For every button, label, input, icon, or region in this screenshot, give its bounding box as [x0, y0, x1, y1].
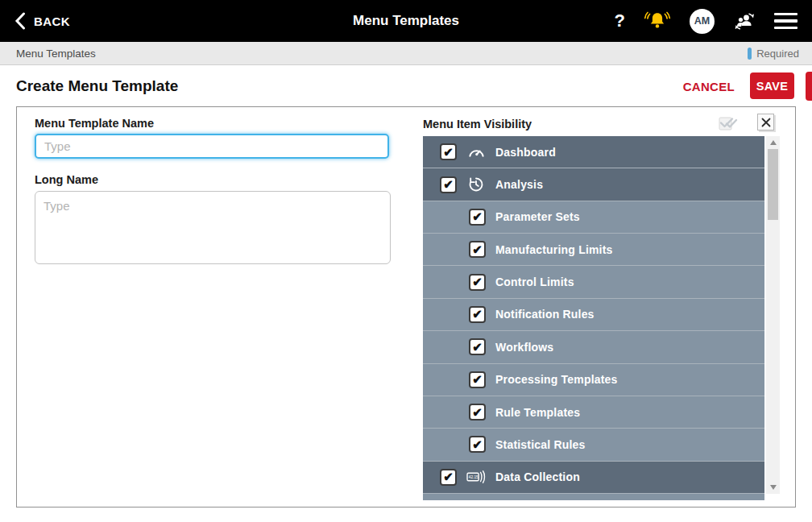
visibility-item-label: Notification Rules [495, 308, 594, 321]
required-marker-icon [748, 48, 752, 60]
visibility-row[interactable]: ✔Control Limits [423, 266, 764, 298]
item-checkbox[interactable]: ✔ [469, 209, 486, 226]
visibility-row[interactable]: ✔Workflows [423, 331, 764, 363]
visibility-row[interactable]: ✔Manufacturing Limits [423, 234, 764, 266]
visibility-item-label: Rule Templates [495, 406, 580, 419]
visibility-row[interactable]: ✔Dashboard [423, 136, 764, 168]
item-checkbox[interactable]: ✔ [469, 306, 486, 323]
visibility-row[interactable]: ✔Parameter Sets [423, 201, 764, 234]
long-name-field-label: Long Name [35, 173, 98, 186]
visibility-item-label: Dashboard [495, 146, 556, 159]
required-label: Required [756, 48, 799, 60]
page-header-title: Menu Templates [353, 13, 459, 29]
clear-icon[interactable] [757, 114, 774, 130]
notifications-bell-icon[interactable] [644, 10, 671, 31]
breadcrumb[interactable]: Menu Templates [16, 48, 96, 60]
back-label: BACK [34, 14, 70, 28]
menu-icon[interactable] [774, 13, 798, 30]
avatar[interactable]: AM [690, 9, 715, 34]
back-button[interactable]: BACK [0, 0, 85, 42]
item-checkbox[interactable]: ✔ [440, 143, 457, 160]
visibility-item-label: Processing Templates [495, 373, 618, 386]
right-edge-accent [806, 72, 812, 101]
menu-template-name-input[interactable] [35, 134, 389, 159]
visibility-item-label: Workflows [495, 341, 553, 354]
help-icon[interactable]: ? [615, 12, 625, 30]
back-chevron-icon [14, 12, 26, 30]
visibility-panel-title: Menu Item Visibility [423, 118, 532, 130]
data-entry-icon: 42.15 [466, 468, 486, 486]
dashboard-gauge-icon [466, 143, 486, 161]
item-checkbox[interactable]: ✔ [469, 404, 486, 420]
scroll-down-arrow-icon[interactable] [766, 481, 780, 494]
page-title: Create Menu Template [16, 77, 178, 95]
item-checkbox[interactable]: ✔ [469, 371, 486, 388]
item-checkbox[interactable]: ✔ [469, 436, 486, 453]
top-app-bar: BACK Menu Templates ? AM [0, 0, 812, 42]
save-button[interactable]: SAVE [750, 72, 794, 99]
item-checkbox[interactable]: ✔ [469, 338, 486, 355]
breadcrumb-bar: Menu Templates Required [0, 42, 812, 65]
svg-text:42.15: 42.15 [469, 476, 478, 480]
long-name-textarea[interactable] [35, 191, 391, 264]
visibility-row-partial[interactable] [423, 494, 764, 500]
check-all-icon[interactable] [716, 111, 739, 134]
visibility-row[interactable]: ✔42.15Data Collection [423, 462, 764, 494]
visibility-item-label: Control Limits [495, 276, 574, 288]
cancel-button[interactable]: CANCEL [683, 80, 735, 93]
required-legend: Required [748, 48, 799, 60]
scroll-up-arrow-icon[interactable] [766, 136, 780, 149]
name-field-label: Menu Template Name [35, 117, 154, 130]
visibility-scrollbar[interactable] [766, 136, 780, 494]
visibility-item-label: Data Collection [495, 470, 580, 483]
history-clock-icon [466, 176, 486, 193]
visibility-item-label: Statistical Rules [495, 438, 586, 451]
user-switch-icon[interactable] [733, 11, 756, 31]
item-checkbox[interactable]: ✔ [440, 469, 457, 486]
visibility-list: ✔Dashboard✔Analysis✔Parameter Sets✔Manuf… [423, 136, 764, 494]
visibility-row[interactable]: ✔Analysis [423, 168, 764, 201]
visibility-row[interactable]: ✔Statistical Rules [423, 429, 764, 461]
visibility-item-label: Parameter Sets [495, 210, 580, 223]
scrollbar-thumb[interactable] [768, 149, 778, 220]
visibility-row[interactable]: ✔Rule Templates [423, 396, 764, 429]
visibility-row[interactable]: ✔Notification Rules [423, 299, 764, 331]
visibility-row[interactable]: ✔Processing Templates [423, 364, 764, 396]
item-checkbox[interactable]: ✔ [469, 274, 486, 291]
visibility-item-label: Manufacturing Limits [495, 243, 613, 256]
create-template-panel: Menu Template Name Long Name Menu Item V… [16, 106, 796, 508]
visibility-item-label: Analysis [495, 178, 543, 191]
item-checkbox[interactable]: ✔ [469, 241, 486, 258]
item-checkbox[interactable]: ✔ [440, 176, 457, 193]
